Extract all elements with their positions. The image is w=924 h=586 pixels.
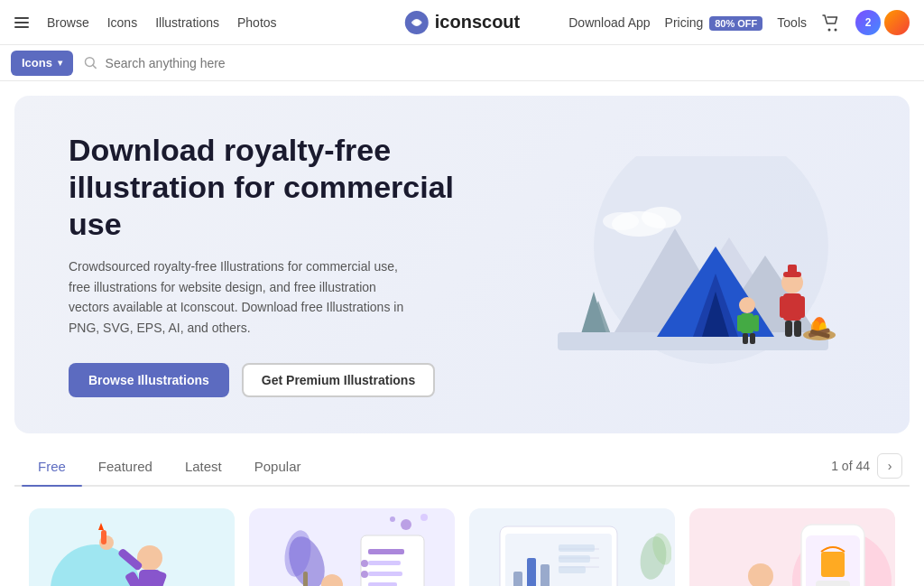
tab-free[interactable]: Free (22, 448, 82, 485)
svg-rect-25 (737, 315, 743, 331)
svg-point-62 (321, 574, 343, 586)
svg-rect-18 (798, 296, 805, 318)
pagination-text: 1 of 44 (831, 459, 870, 473)
cards-grid (14, 487, 910, 586)
nav-photos[interactable]: Photos (237, 15, 277, 30)
hero-content: Download royalty-free illustration for c… (69, 132, 484, 397)
hero-illustration (531, 156, 855, 373)
pagination-next-button[interactable]: › (877, 453, 902, 479)
svg-point-61 (361, 571, 368, 578)
hero-buttons: Browse Illustrations Get Premium Illustr… (69, 363, 484, 397)
svg-rect-46 (101, 530, 106, 544)
search-input[interactable] (106, 56, 913, 70)
tab-latest[interactable]: Latest (169, 448, 238, 485)
svg-rect-26 (753, 315, 759, 331)
pricing-off-badge: 80% OFF (709, 16, 762, 31)
hero-section: Download royalty-free illustration for c… (14, 96, 910, 433)
svg-rect-78 (541, 564, 550, 586)
nav-left: Browse Icons Illustrations Photos (14, 15, 277, 30)
svg-rect-100 (816, 581, 850, 586)
user-avatar: 2 (855, 10, 881, 35)
svg-rect-17 (780, 296, 787, 318)
svg-rect-24 (741, 313, 753, 333)
user-avatar-wrap[interactable]: 2 (855, 10, 910, 35)
svg-rect-27 (743, 333, 748, 344)
browse-illustrations-button[interactable]: Browse Illustrations (69, 363, 229, 397)
card-4[interactable] (689, 508, 895, 586)
search-input-wrap (73, 56, 913, 70)
card-1[interactable] (29, 508, 235, 586)
card-4-illustration (693, 508, 892, 586)
svg-rect-83 (559, 555, 590, 563)
get-premium-button[interactable]: Get Premium Illustrations (242, 363, 435, 397)
pricing-link[interactable]: Pricing 80% OFF (665, 15, 763, 30)
svg-rect-77 (527, 558, 536, 586)
svg-point-23 (739, 297, 755, 313)
search-icon (84, 56, 98, 70)
logo-text: iconscout (435, 12, 520, 33)
hero-description: Crowdsourced royalty-free Illustrations … (69, 256, 411, 338)
svg-marker-47 (98, 523, 104, 530)
nav-illustrations[interactable]: Illustrations (155, 15, 219, 30)
nav-right: Download App Pricing 80% OFF Tools 2 (568, 10, 910, 35)
search-type-label: Icons (22, 56, 52, 70)
svg-point-71 (401, 519, 411, 530)
svg-point-60 (361, 560, 368, 567)
svg-point-3 (835, 28, 837, 31)
svg-rect-57 (368, 561, 401, 565)
tab-popular[interactable]: Popular (238, 448, 318, 485)
svg-point-2 (828, 28, 831, 31)
svg-point-36 (642, 207, 681, 228)
svg-rect-82 (559, 544, 595, 552)
hamburger-icon[interactable] (14, 17, 29, 28)
user-profile-avatar (884, 10, 910, 35)
card-3[interactable] (469, 508, 675, 586)
svg-rect-22 (788, 265, 797, 274)
cart-icon[interactable] (821, 13, 841, 33)
svg-rect-99 (821, 552, 845, 577)
svg-point-1 (414, 20, 420, 25)
chevron-down-icon: ▾ (58, 58, 62, 68)
card-2-illustration (253, 508, 451, 586)
svg-point-37 (603, 212, 639, 230)
svg-rect-28 (750, 333, 755, 344)
tabs-left: Free Featured Latest Popular (22, 448, 317, 485)
svg-point-72 (420, 514, 428, 521)
hero-title: Download royalty-free illustration for c… (69, 132, 484, 242)
camping-illustration (531, 156, 855, 373)
logo-icon (404, 10, 430, 35)
tabs-section: Free Featured Latest Popular 1 of 44 › (0, 448, 924, 586)
tab-featured[interactable]: Featured (82, 448, 169, 485)
search-bar: Icons ▾ (0, 45, 924, 81)
nav-browse[interactable]: Browse (47, 15, 89, 30)
svg-rect-84 (559, 566, 586, 573)
tabs-pagination: 1 of 44 › (831, 453, 902, 479)
svg-rect-76 (513, 572, 522, 586)
svg-rect-20 (794, 321, 801, 337)
navbar: Browse Icons Illustrations Photos iconsc… (0, 0, 924, 45)
svg-point-102 (748, 563, 773, 586)
download-app-link[interactable]: Download App (568, 15, 650, 30)
tabs-header: Free Featured Latest Popular 1 of 44 › (14, 448, 910, 487)
tools-link[interactable]: Tools (777, 15, 807, 30)
logo[interactable]: iconscout (404, 10, 520, 35)
svg-rect-54 (303, 572, 308, 586)
card-3-illustration (473, 508, 671, 586)
svg-rect-19 (785, 321, 792, 337)
svg-point-73 (390, 516, 395, 522)
svg-rect-56 (368, 549, 404, 554)
svg-rect-58 (368, 572, 402, 576)
card-1-illustration (32, 508, 231, 586)
nav-icons[interactable]: Icons (107, 15, 137, 30)
card-2[interactable] (249, 508, 455, 586)
svg-rect-59 (368, 582, 397, 586)
search-type-button[interactable]: Icons ▾ (11, 51, 73, 76)
